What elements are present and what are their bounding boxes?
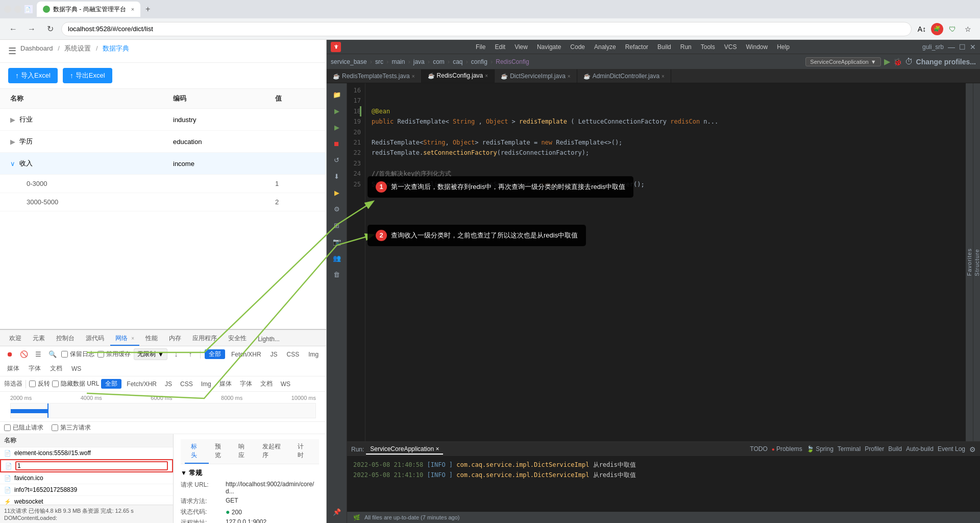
refresh-btn[interactable]: ↻ bbox=[43, 22, 57, 36]
devtools-tab-network[interactable]: 网络 × bbox=[110, 332, 139, 346]
disable-cache-checkbox[interactable]: 禁用缓存 bbox=[97, 350, 131, 359]
code-content[interactable]: @Bean public RedisTemplate< String , Obj… bbox=[365, 83, 973, 441]
todo-tab[interactable]: TODO bbox=[750, 445, 767, 454]
change-profiles-link[interactable]: Change profiles... bbox=[916, 58, 976, 66]
tab-close-btn[interactable]: × bbox=[131, 6, 134, 12]
devtools-tab-memory[interactable]: 内存 bbox=[164, 332, 186, 346]
bookmark-icon[interactable]: ▶ bbox=[330, 104, 344, 118]
translate-icon[interactable]: A↕ bbox=[916, 23, 928, 35]
filter-js[interactable]: JS bbox=[267, 350, 281, 359]
table-row[interactable]: ∨ 收入 income bbox=[0, 153, 326, 175]
devtools-tab-security[interactable]: 安全性 bbox=[223, 332, 252, 346]
tab-close[interactable]: × bbox=[662, 74, 665, 79]
export-excel-btn[interactable]: ↑ 导出Excel bbox=[63, 68, 112, 83]
menu-edit[interactable]: Edit bbox=[491, 42, 509, 52]
menu-file[interactable]: File bbox=[472, 42, 489, 52]
list-item[interactable]: 📄 1 bbox=[0, 459, 173, 472]
filter-fetchxhr2[interactable]: Fetch/XHR bbox=[124, 379, 160, 389]
layout-icon[interactable]: ⊞ bbox=[330, 218, 344, 232]
detail-tab-timing[interactable]: 计时 bbox=[291, 439, 315, 464]
import-icon[interactable]: ↓ bbox=[170, 349, 182, 360]
window-minimize[interactable] bbox=[4, 6, 11, 13]
window-maximize[interactable] bbox=[14, 6, 21, 13]
filter-all[interactable]: 全部 bbox=[205, 349, 225, 359]
third-party-input[interactable] bbox=[52, 424, 58, 431]
export-icon[interactable]: ↑ bbox=[185, 349, 196, 360]
filter-js2[interactable]: JS bbox=[162, 379, 175, 389]
list-item[interactable]: ⚡ websocket bbox=[0, 496, 173, 505]
filter-media2[interactable]: 媒体 bbox=[216, 378, 235, 389]
eventlog-tab[interactable]: Event Log bbox=[938, 445, 965, 454]
favorites-panel[interactable]: Favorites bbox=[966, 83, 973, 441]
ide-tab-redisconfig[interactable]: ☕ RedisConfig.java × bbox=[422, 69, 495, 83]
filter-css[interactable]: CSS bbox=[284, 350, 303, 359]
devtools-tab-lighthouse[interactable]: Lighth... bbox=[253, 334, 285, 346]
devtools-tab-app[interactable]: 应用程序 bbox=[187, 332, 222, 346]
filter-font2[interactable]: 字体 bbox=[237, 378, 255, 389]
filter-doc2[interactable]: 文档 bbox=[257, 378, 276, 389]
run2-icon[interactable]: ▶ bbox=[330, 120, 344, 134]
close-network-tab[interactable]: × bbox=[131, 336, 134, 341]
expand-icon[interactable]: ▶ bbox=[10, 138, 15, 146]
profiler-tab[interactable]: Profiler bbox=[865, 445, 884, 454]
debug-btn[interactable]: 🐞 bbox=[893, 58, 902, 66]
list-item[interactable]: 📄 info?t=1652017258839 bbox=[0, 484, 173, 496]
run-app-tab[interactable]: ServiceCoreApplication × bbox=[366, 444, 443, 455]
invert-checkbox[interactable]: 反转 bbox=[29, 379, 50, 388]
invert-input[interactable] bbox=[29, 381, 36, 387]
expand-icon[interactable]: ▶ bbox=[10, 116, 15, 124]
ide-tab-redistemplatetests[interactable]: ☕ RedisTemplateTests.java × bbox=[327, 69, 422, 83]
camera-icon[interactable]: 📷 bbox=[330, 234, 344, 249]
ide-tab-admindictcontroller[interactable]: ☕ AdminDictController.java × bbox=[577, 69, 671, 83]
run-arrow-icon[interactable]: ▶ bbox=[330, 185, 344, 200]
menu-build[interactable]: Build bbox=[653, 42, 675, 52]
tab-close[interactable]: × bbox=[568, 74, 571, 79]
breadcrumb-dashboard[interactable]: Dashboard bbox=[20, 44, 53, 52]
star-icon[interactable]: ☆ bbox=[962, 23, 974, 35]
devtools-tab-elements[interactable]: 元素 bbox=[28, 332, 50, 346]
group-icon[interactable]: 👥 bbox=[330, 251, 344, 265]
table-subrow[interactable]: 0-3000 1 bbox=[0, 175, 326, 193]
detail-tab-initiator[interactable]: 发起程序 bbox=[256, 439, 291, 464]
menu-view[interactable]: View bbox=[510, 42, 532, 52]
blocked-requests-input[interactable] bbox=[4, 424, 11, 431]
sidebar-toggle-icon[interactable]: ☰ bbox=[8, 45, 16, 57]
preserve-log-input[interactable] bbox=[61, 351, 68, 358]
throttle-select[interactable]: 无限制 ▼ bbox=[134, 348, 167, 360]
menu-help[interactable]: Help bbox=[773, 42, 794, 52]
table-row[interactable]: ▶ 行业 industry bbox=[0, 109, 326, 131]
devtools-tab-perf[interactable]: 性能 bbox=[140, 332, 163, 346]
devtools-tab-welcome[interactable]: 欢迎 bbox=[4, 332, 27, 346]
back-btn[interactable]: ← bbox=[6, 22, 20, 36]
hide-data-url-input[interactable] bbox=[52, 381, 59, 387]
project-icon[interactable]: 📁 bbox=[330, 87, 344, 102]
spring-tab[interactable]: 🍃 Spring bbox=[806, 445, 834, 454]
menu-navigate[interactable]: Navigate bbox=[533, 42, 565, 52]
menu-refactor[interactable]: Refactor bbox=[621, 42, 652, 52]
pin-icon[interactable]: 📌 bbox=[330, 505, 344, 519]
extensions-icon[interactable]: 🧩 bbox=[931, 23, 943, 35]
search-icon[interactable]: 🔍 bbox=[47, 349, 58, 360]
filter-css2[interactable]: CSS bbox=[177, 379, 196, 389]
table-subrow[interactable]: 3000-5000 2 bbox=[0, 193, 326, 211]
breadcrumb-settings[interactable]: 系统设置 bbox=[64, 44, 91, 52]
preserve-log-checkbox[interactable]: 保留日志 bbox=[61, 350, 94, 359]
detail-tab-response[interactable]: 响应 bbox=[232, 439, 256, 464]
devtools-tab-sources[interactable]: 源代码 bbox=[81, 332, 109, 346]
menu-code[interactable]: Code bbox=[566, 42, 589, 52]
disable-cache-input[interactable] bbox=[97, 351, 104, 358]
filter-doc[interactable]: 文档 bbox=[47, 363, 65, 374]
menu-window[interactable]: Window bbox=[742, 42, 772, 52]
more-icon[interactable]: ⬇ bbox=[330, 169, 344, 183]
shield-icon[interactable]: 🛡 bbox=[946, 23, 959, 35]
blocked-requests-checkbox[interactable]: 已阻止请求 bbox=[4, 423, 43, 432]
problems-tab[interactable]: ● Problems bbox=[772, 445, 802, 454]
filter-ws[interactable]: WS bbox=[68, 364, 84, 373]
filter-all2[interactable]: 全部 bbox=[101, 379, 121, 389]
bin-icon[interactable]: 🗑 bbox=[330, 267, 344, 281]
detail-section-toggle[interactable]: ▼ 常规 bbox=[181, 468, 319, 478]
hide-data-url-checkbox[interactable]: 隐藏数据 URL bbox=[52, 379, 99, 388]
menu-analyze[interactable]: Analyze bbox=[590, 42, 620, 52]
list-item[interactable]: 📄 favicon.ico bbox=[0, 472, 173, 484]
filter-ws2[interactable]: WS bbox=[278, 379, 293, 389]
